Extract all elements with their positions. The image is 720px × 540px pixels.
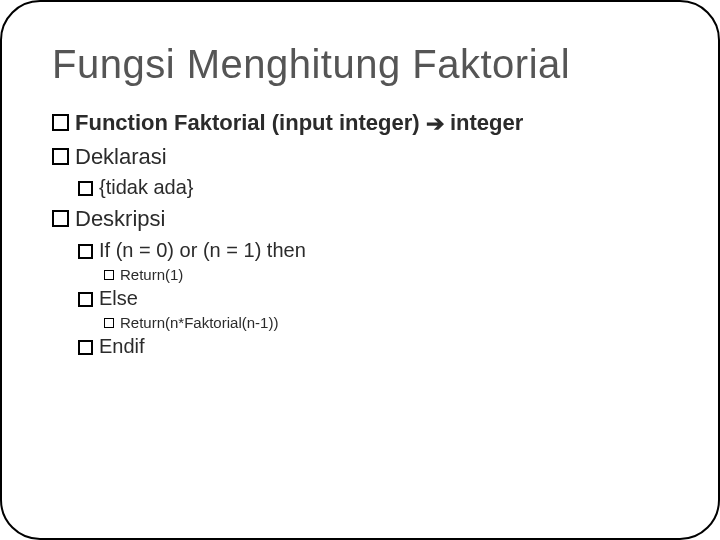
line-deskripsi: Deskripsi — [52, 205, 668, 233]
function-signature-text: Function Faktorial (input integer) ➔ int… — [75, 109, 523, 137]
line-deklarasi-content: {tidak ada} — [78, 176, 668, 199]
bullet-square-icon — [104, 270, 114, 280]
deklarasi-content: {tidak ada} — [99, 176, 194, 199]
line-deklarasi: Deklarasi — [52, 143, 668, 171]
line-if: If (n = 0) or (n = 1) then — [78, 239, 668, 262]
line-else: Else — [78, 287, 668, 310]
if-text: If (n = 0) or (n = 1) then — [99, 239, 306, 262]
bullet-square-icon — [52, 148, 69, 165]
bullet-square-icon — [78, 244, 93, 259]
bullet-square-icon — [52, 114, 69, 131]
bullet-square-icon — [52, 210, 69, 227]
bullet-square-icon — [104, 318, 114, 328]
bullet-square-icon — [78, 181, 93, 196]
else-text: Else — [99, 287, 138, 310]
bullet-square-icon — [78, 340, 93, 355]
slide-title: Fungsi Menghitung Faktorial — [52, 42, 668, 87]
endif-text: Endif — [99, 335, 145, 358]
deklarasi-label: Deklarasi — [75, 143, 167, 171]
line-function-signature: Function Faktorial (input integer) ➔ int… — [52, 109, 668, 137]
deskripsi-label: Deskripsi — [75, 205, 165, 233]
sig-prefix: Function Faktorial (input integer) — [75, 110, 426, 135]
slide-frame: Fungsi Menghitung Faktorial Function Fak… — [0, 0, 720, 540]
line-endif: Endif — [78, 335, 668, 358]
line-return-2: Return(n*Faktorial(n-1)) — [104, 314, 668, 331]
line-return-1: Return(1) — [104, 266, 668, 283]
return1-text: Return(1) — [120, 266, 183, 283]
sig-suffix: integer — [444, 110, 523, 135]
bullet-square-icon — [78, 292, 93, 307]
arrow-right-icon: ➔ — [426, 110, 444, 138]
return2-text: Return(n*Faktorial(n-1)) — [120, 314, 278, 331]
